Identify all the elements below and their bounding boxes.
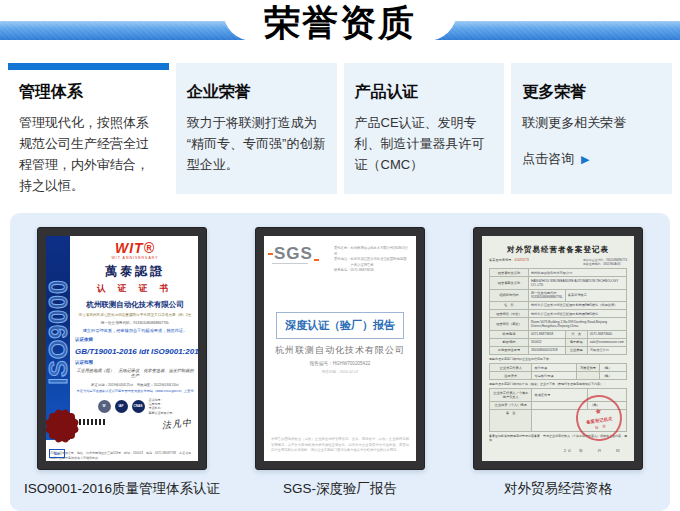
table-row: 邮政编码 310052 电子邮箱 sale@sinomeasure.com [490,338,627,346]
table-row: 企业法定代表人 核对无误 有效证件号 （略） [490,364,627,372]
iaf-logo-icon: IAF [115,400,128,413]
certified-company: 杭州联测自动化技术有限公司 [75,300,195,310]
certificates-panel: ISO9000 WIT® WIT ANNIVERSARY 萬泰認證 认 证 证 … [10,213,670,511]
report-title-box: 深度认证（验厂）报告 [276,312,404,339]
report-number: 报告编号：HGHW700205422 [264,361,416,366]
barcode-marks [79,419,105,425]
certificate-side-note: 证书编号： 注册编号： 发证机构： 萬泰认证有限公司 [149,398,173,415]
caption-sgs: SGS-深度验厂报告 [255,480,425,498]
audited-company: 杭州联测自动化技术有限公司 [264,344,416,357]
consult-link-label: 点击咨询 [522,151,574,166]
page-title: 荣誉资质 [0,0,680,46]
table-row: 经营场所（中文） 杭州市滨江区长河街道江虹国际创意园9幢5楼北 [490,310,627,318]
form-table-2: 企业法定代表人 核对无误 有效证件号 （略） 注册资本 信息核对无误 （略） [489,363,627,380]
certificate-sgs[interactable]: SGS 委托名称：杭州联测自动化技术有限公司(SUNO)公司 委托地址：杭州市滨… [255,227,425,470]
row-label: 经营者中文名称 [490,269,529,277]
table-row: 经营者英文名称 HANGZHOU SINOMEASURE AUTOMATION … [490,277,627,289]
form-section-note: 需由办理工商部门核对的企业登记信息如下表： [489,357,627,361]
form-number-label: 备案登记表编号： [489,258,515,262]
row-label: 备 注 [490,409,532,431]
sgs-logo-underline [272,263,308,264]
report-date: 报告日期：2016-02-07 [264,370,416,374]
certificate-iso9001[interactable]: ISO9000 WIT® WIT ANNIVERSARY 萬泰認證 认 证 证 … [37,227,207,470]
registration-number: 统一社会信用代码：91330108086886776L [75,321,195,325]
row-label: 经营场所（英文） [490,318,529,330]
sgs-certificate-paper: SGS 委托名称：杭州联测自动化技术有限公司(SUNO)公司 委托地址：杭州市滨… [264,236,416,461]
row-value: 核对无误 [532,364,576,372]
row-label: 联系电话 [490,330,529,338]
trade-certificate-paper: 对外贸易经营者备案登记表 备案登记表编号：01470273 进出口企业代码：33… [482,236,634,461]
form-number: 备案登记表编号：01470273 [489,258,529,266]
table-row: 工商登记注册号 330108000052318 企业类型 有限责任公司 [490,346,627,354]
feature-columns: 管理体系 管理现代化，按照体系规范公司生产经营全过程管理，内外审结合，持之以恒。… [8,63,672,194]
consult-link[interactable]: 点击咨询 ▶ [522,150,661,168]
iso-certificate-paper: ISO9000 WIT® WIT ANNIVERSARY 萬泰認證 认 证 证 … [46,236,198,461]
form-section-note-2: 需由办理工商部门核对的个体（独资）企业及下表（按现行管理规定需核实以下内容）： [489,382,627,386]
row-value: 330108000052318 [528,346,565,354]
seal-star-icon: ★ [594,407,602,416]
row-label: 电子邮箱 [565,338,587,346]
form-subheader: 备案登记表编号：01470273 进出口企业代码：3301086886776 海… [489,258,627,266]
row-value: 统一社会信用代码 91330108086886776L [528,289,565,301]
iso9000-band-text: ISO9000 [46,279,73,385]
tab-product-certification[interactable]: 产品认证 产品CE认证、发明专利、制造计量器具许可证（CMC） [344,63,505,194]
certificate-foreign-trade[interactable]: 对外贸易经营者备案登记表 备案登记表编号：01470273 进出口企业代码：33… [473,227,643,470]
column-body: 联测更多相关荣誉 [522,112,661,133]
row-value: 备案机关核定 [565,289,626,301]
caption-foreign-trade: 对外贸易经营资格 [473,480,643,498]
validity-dates: 发证日期：2019年03月25日 有效期至：2022年03月24日 [75,383,195,387]
play-arrow-icon: ▶ [581,153,589,165]
row-value: （略） [600,364,627,372]
sgs-header-line: 委托地址：杭州市滨江区长河街道江虹国际创意园 [334,257,410,263]
certificate-title: 认 证 证 书 [75,283,195,295]
column-body: 产品CE认证、发明专利、制造计量器具许可证（CMC） [355,112,494,175]
section-header: 荣誉资质 [0,0,680,52]
row-label: 企业法定代表人 [490,364,532,372]
row-value: 0571-86873658 [528,330,565,338]
company-address: 浙江省杭州市滨江区长河街道童望路与平乐路交叉口卓信大厦（M）2室 [75,313,195,317]
row-label: 有效证件号 [576,364,599,372]
row-label: 邮政编码 [490,338,529,346]
basis-label: 认证依据 [75,337,195,342]
row-label: 经营场所（中文） [490,310,529,318]
column-body: 致力于将联测打造成为“精而专、专而强”的创新型企业。 [187,112,326,175]
row-value: 核验证件号 [532,389,588,401]
form-number-value: 01470273 [515,258,529,262]
row-label: 传 真 [565,330,587,338]
scope-label: 认证范围 [75,360,195,365]
column-title: 管理体系 [19,82,158,103]
table-row: 经营场所（英文） Room 5073,Building 2,No.399 Dan… [490,318,627,330]
row-label: 经营者英文名称 [490,277,529,289]
row-label: 企业出资（个人）情况 [490,401,532,409]
report-disclaimer: 本报告仅围绕所核查（审核）企业的全过程管理状况、文件、现场核对（审核）企业的环境… [271,437,409,454]
table-row: 住 所 杭州市滨江区长河街道江虹国际创意园9幢5楼北（联测仪表） [490,301,627,309]
scope-text: 工业用热电偶（阻）、无纸记录仪、化学变送器、温度控制器的生产 [75,368,195,378]
row-value: 0571-86873660 [587,330,626,338]
table-row: 注册资本 信息核对无误 （略） [490,372,627,380]
form-title: 对外贸易经营者备案登记表 [489,245,627,255]
row-value: sale@sinomeasure.com [587,338,626,346]
column-title: 更多荣誉 [522,82,661,103]
iso-certificate-content: WIT® WIT ANNIVERSARY 萬泰認證 认 证 证 书 杭州联测自动… [70,236,198,440]
sgs-header-line: 委托名称：杭州联测自动化技术有限公司(SUNO)公司 [334,246,410,257]
tab-more-honors[interactable]: 更多荣誉 联测更多相关荣誉 点击咨询 ▶ [511,63,672,194]
caption-iso9001: ISO9001-2016质量管理体系认证 [37,480,207,498]
honor-section: 荣誉资质 管理体系 管理现代化，按照体系规范公司生产经营全过程管理，内外审结合，… [0,0,680,511]
certificate-row: ISO9000 WIT® WIT ANNIVERSARY 萬泰認證 认 证 证 … [10,227,670,470]
form-table: 经营者中文名称 杭州联测自动化技术有限公司 经营者英文名称 HANGZHOU S… [489,268,627,355]
wita-logo-icon: W [98,400,111,413]
row-value: 杭州市滨江区长河街道江虹国际创意园9幢5楼北（联测仪表） [528,301,626,309]
row-value: （略） [600,372,627,380]
row-label: 注册资本 [490,372,532,380]
certificate-footer: 万泰认证有限公司 地址：杭州市西湖区文三路553号 邮编：310013 电话：0… [46,451,198,460]
tab-enterprise-honor[interactable]: 企业荣誉 致力于将联测打造成为“精而专、专而强”的创新型企业。 [176,63,337,194]
sgs-header-line: 联系电话：0571-86873658 [334,268,410,274]
accreditation-logos: W IAF CNAS 证书编号： 注册编号： 发证机构： 萬泰认证有限公司 [75,398,195,415]
tab-management-system[interactable]: 管理体系 管理现代化，按照体系规范公司生产经营全过程管理，内外审结合，持之以恒。 [8,63,169,194]
row-value: HANGZHOU SINOMEASURE AUTOMATION TECHNOLO… [528,277,626,289]
seal-subtext: 核 准 [595,424,606,429]
table-row: 组织机构代码 统一社会信用代码 91330108086886776L 备案机关核… [490,289,627,301]
wit-logo: WIT® [75,241,195,255]
row-value: 杭州市滨江区长河街道江虹国际创意园9幢5楼北 [528,310,626,318]
certifier-brand: 萬泰認證 [75,263,195,280]
